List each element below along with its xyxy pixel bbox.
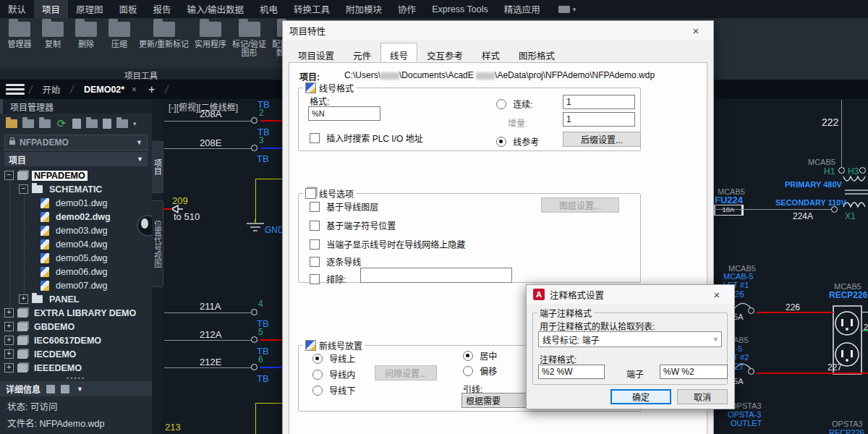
active-project-selector[interactable]: NFPADEMO ▼ <box>4 135 148 150</box>
menu-tab-输入/输出数据[interactable]: 输入/输出数据 <box>179 0 252 18</box>
radio-icon[interactable] <box>312 354 323 364</box>
ribbon-tool-update-retag-icon[interactable]: 更新/重新标记 <box>139 20 189 48</box>
ribbon-tool-copy-project-icon[interactable]: 复制 <box>39 20 67 48</box>
leader-combo[interactable]: 根据需要 <box>461 393 534 408</box>
dialog-tab-元件[interactable]: 元件 <box>344 45 380 62</box>
ok-button[interactable]: 确定 <box>610 389 671 404</box>
radio-icon[interactable] <box>463 366 473 376</box>
tab-demo02[interactable]: DEMO02* × <box>78 82 142 98</box>
annotation-format-input[interactable]: %2 %W <box>538 365 605 379</box>
inline-wire-radio[interactable]: 导线内 <box>312 368 355 380</box>
pick-list-combo[interactable]: 线号标记: 端子 ˅ <box>538 331 722 347</box>
radio-icon[interactable] <box>312 370 323 380</box>
ribbon-tool-zip-project-icon[interactable]: 压缩 <box>106 20 133 48</box>
ribbon-tool-project-manager-icon[interactable]: 管理器 <box>6 20 33 48</box>
close-icon[interactable]: × <box>706 289 728 301</box>
hamburger-menu-icon[interactable] <box>6 84 25 95</box>
dialog-tab-项目设置[interactable]: 项目设置 <box>289 45 344 62</box>
close-tab-icon[interactable]: × <box>132 85 137 95</box>
tree-expander-icon[interactable]: + <box>4 322 14 331</box>
tree-item-panel[interactable]: +PANEL <box>19 292 81 306</box>
menu-tab-面板[interactable]: 面板 <box>111 0 145 18</box>
dialog-titlebar[interactable]: 项目特性 × <box>283 21 713 40</box>
tree-item-extra-library-demo[interactable]: +EXTRA LIBRARY DEMO <box>4 306 138 320</box>
ribbon-collapse-button[interactable]: ▾ <box>558 0 576 18</box>
side-tab-project[interactable]: 项目 <box>152 141 163 193</box>
tree-item-demo04-dwg[interactable]: demo04.dwg <box>41 237 110 251</box>
snapshot-icon[interactable] <box>86 119 98 128</box>
menu-tab-转换工具[interactable]: 转换工具 <box>286 0 338 18</box>
checkbox-icon[interactable] <box>310 202 320 212</box>
offset-radio[interactable]: 偏移 <box>463 365 497 377</box>
terminal-format-input[interactable]: %W %2 <box>660 365 728 379</box>
menu-tab-原理图[interactable]: 原理图 <box>68 0 111 18</box>
tree-item-gbdemo[interactable]: +GBDEMO <box>4 320 77 333</box>
chevron-down-icon[interactable]: ▼ <box>77 386 83 393</box>
refresh-icon[interactable]: ⟳ <box>56 119 67 129</box>
plc-search-checkbox[interactable]: 插入时搜索 PLC I/O 地址 <box>310 132 423 144</box>
suffix-setup-button[interactable]: 后缀设置... <box>563 132 641 147</box>
exclude-checkbox[interactable]: 排除: <box>310 273 346 285</box>
dialog-tab-线号[interactable]: 线号 <box>380 43 417 62</box>
menu-tab-附加模块[interactable]: 附加模块 <box>338 0 390 18</box>
checkbox-icon[interactable] <box>310 133 320 143</box>
menu-tab-项目[interactable]: 项目 <box>34 0 68 18</box>
tree-expander-icon[interactable]: + <box>4 363 14 373</box>
below-wire-radio[interactable]: 导线下 <box>312 384 355 396</box>
dialog-tab-样式[interactable]: 样式 <box>472 45 509 62</box>
radio-icon[interactable] <box>496 99 506 109</box>
plot-icon[interactable] <box>116 119 128 128</box>
radio-icon[interactable] <box>496 137 506 147</box>
side-tab-location-view[interactable]: 位置代号视图 <box>152 200 163 287</box>
radio-icon[interactable] <box>312 386 323 396</box>
increment-input[interactable]: 1 <box>563 112 635 127</box>
task-list-icon[interactable] <box>72 119 81 129</box>
details-preview-icon[interactable] <box>61 385 69 393</box>
tab-start[interactable]: 开始 <box>36 80 66 99</box>
exclude-input[interactable] <box>360 268 512 283</box>
publish-icon[interactable] <box>103 119 111 129</box>
checkbox-icon[interactable] <box>310 221 320 231</box>
menu-tab-机电[interactable]: 机电 <box>252 0 286 18</box>
tree-expander-icon[interactable]: + <box>19 294 28 304</box>
tree-expander-icon[interactable]: + <box>4 349 14 359</box>
tree-expander-icon[interactable]: − <box>19 184 28 194</box>
sequential-start-input[interactable]: 1 <box>563 95 635 109</box>
panel-splitter[interactable]: ••••• <box>0 375 152 381</box>
menu-tab-协作[interactable]: 协作 <box>390 0 424 18</box>
open-project-icon[interactable] <box>6 119 17 128</box>
tree-item-demo02-dwg[interactable]: demo02.dwg <box>41 210 113 224</box>
tree-item-schematic[interactable]: −SCHEMATIC <box>19 182 104 196</box>
toolbar-more-chevron-icon[interactable]: ▾ <box>133 120 137 127</box>
new-tab-button[interactable]: + <box>142 83 161 96</box>
ribbon-tool-delete-project-icon[interactable]: 删除 <box>72 20 100 48</box>
radio-icon[interactable] <box>463 351 473 361</box>
ribbon-tool-verify-drawing-icon[interactable]: 标记/验证 图形 <box>232 20 266 57</box>
details-doc-icon[interactable] <box>46 385 55 393</box>
centered-radio[interactable]: 居中 <box>463 349 497 362</box>
menu-tab-报告[interactable]: 报告 <box>145 0 179 18</box>
tree-item-nfpademo[interactable]: −NFPADEMO <box>4 169 88 182</box>
dialog-tab-图形格式[interactable]: 图形格式 <box>509 45 564 62</box>
above-wire-radio[interactable]: 导线上 <box>312 352 355 365</box>
dialog-titlebar[interactable]: A 注释格式设置 × <box>527 285 734 304</box>
dialog-tab-交互参考[interactable]: 交互参考 <box>417 45 472 62</box>
menu-tab-精选应用[interactable]: 精选应用 <box>496 0 548 18</box>
terminal-position-checkbox[interactable]: 基于端子符号位置 <box>310 219 396 231</box>
tree-view-selector[interactable]: 项目 ▼ <box>4 152 148 166</box>
tree-item-demo01-dwg[interactable]: demo01.dwg <box>41 196 110 210</box>
tree-item-iecdemo[interactable]: +IECDEMO <box>4 347 78 361</box>
tree-item-demo06-dwg[interactable]: demo06.dwg <box>41 265 110 278</box>
cancel-button[interactable]: 取消 <box>677 389 728 404</box>
line-reference-radio[interactable]: 线参考 <box>496 135 539 148</box>
tree-item-ieeedemo[interactable]: +IEEEDEMO <box>4 361 84 375</box>
checkbox-icon[interactable] <box>310 274 320 284</box>
ribbon-tool-utilities-icon[interactable]: 实用程序 <box>195 20 226 48</box>
project-image-icon[interactable] <box>39 119 51 128</box>
new-project-icon[interactable] <box>22 119 34 128</box>
tree-item-demo07-dwg[interactable]: demo07.dwg <box>41 278 110 292</box>
per-wire-checkbox[interactable]: 逐条导线 <box>310 255 361 268</box>
sequential-radio[interactable]: 连续: <box>496 98 533 110</box>
tree-item-demo05-dwg[interactable]: demo05.dwg <box>41 251 110 265</box>
menu-tab-默认[interactable]: 默认 <box>0 0 34 18</box>
